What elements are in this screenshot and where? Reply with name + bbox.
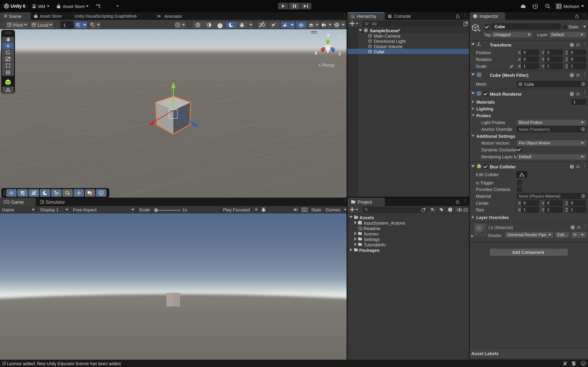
svg-text:?: ? — [572, 226, 573, 229]
svg-text:z: z — [338, 51, 341, 56]
svg-text:?: ? — [571, 92, 573, 95]
svg-text:x: x — [315, 50, 318, 56]
svg-text:{}: {} — [360, 228, 363, 231]
svg-text:?: ? — [571, 74, 573, 77]
svg-text:Y: Y — [78, 25, 80, 28]
svg-text:?: ? — [571, 43, 573, 46]
svg-text:?: ? — [571, 165, 573, 168]
svg-text:y: y — [327, 32, 330, 37]
